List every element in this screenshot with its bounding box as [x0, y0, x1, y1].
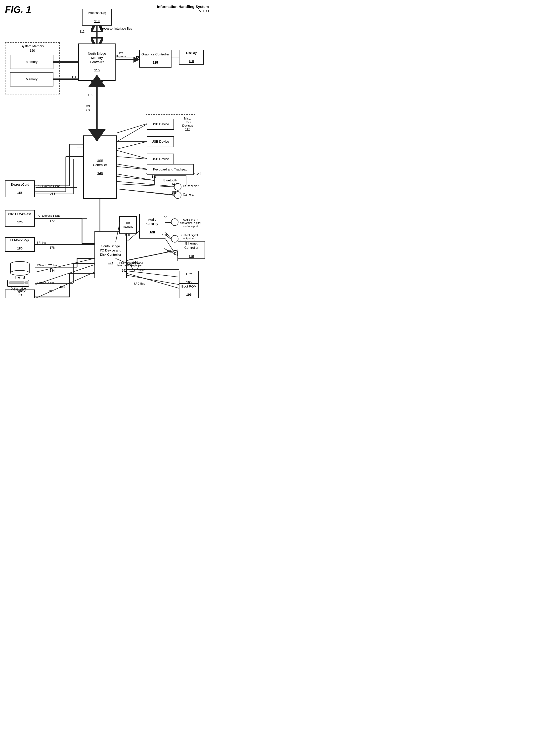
- ir-receiver-label: IR Receiver: [183, 184, 198, 188]
- ann-190: 190: [49, 290, 54, 293]
- system-title: Information Handling System ↘ 100: [157, 4, 209, 13]
- expresscard-box: ExpressCard 155: [5, 181, 35, 197]
- camera-label: Camera: [183, 193, 194, 196]
- usb-device2-box: USB Device: [147, 136, 174, 147]
- svg-point-39: [10, 270, 29, 276]
- pci-express-ec-label: PCI Express 1-lane: [37, 184, 60, 187]
- ann-118a: 118: [71, 76, 76, 79]
- ethernet-box: Ethernet Controller 170: [178, 241, 205, 259]
- lpc-legacy-label: LPC Bus: [37, 298, 48, 298]
- ann-172: 172: [50, 219, 55, 223]
- svg-line-12: [117, 189, 174, 195]
- svg-line-8: [117, 150, 147, 159]
- ann-164: 164: [162, 234, 167, 237]
- serial-ata-label: Serial ATA bus: [37, 281, 55, 284]
- ann-178: 178: [50, 246, 55, 250]
- ann-150: 150: [172, 191, 177, 194]
- svg-line-25: [35, 272, 94, 298]
- svg-marker-43: [175, 251, 178, 256]
- pci-express-wl-label: PCI Express 1-lane: [37, 214, 60, 217]
- usb-device1-box: USB Device: [147, 119, 174, 130]
- ann-162: 162: [162, 215, 167, 219]
- ann-184: 184: [50, 269, 55, 272]
- usb-device3-box: USB Device: [147, 154, 174, 164]
- processor-bus-label: Processor Interface Bus: [100, 27, 132, 30]
- usb-controller-box: USB Controller 140: [83, 135, 117, 199]
- dmi-bus-label: DMI Bus: [85, 104, 90, 112]
- svg-line-83: [127, 273, 179, 288]
- svg-rect-42: [25, 282, 28, 284]
- hd-interface-box: HD Interface: [119, 216, 137, 234]
- ata-label: ATA or UATA bus: [37, 264, 57, 267]
- processor-box: Processor(s) 110: [82, 9, 112, 26]
- pci-express-eth-label: PCI Express 1-lane: [119, 261, 143, 264]
- wireless-box: 802.11 Wireless 175: [5, 210, 35, 227]
- svg-line-51: [117, 176, 154, 181]
- ann-144: 144: [196, 172, 201, 175]
- legacy-io-box: "Legacy" I/O Devices 198: [5, 290, 35, 298]
- pci-express-nb-label: PCI Express: [116, 52, 126, 58]
- svg-line-49: [117, 157, 147, 159]
- svg-line-53: [117, 189, 174, 195]
- lpc-boot-label: LPC Bus: [134, 282, 145, 285]
- ann-146: 146: [152, 175, 157, 179]
- svg-line-50: [117, 166, 147, 169]
- audio-box: Audio Circuitry 160: [139, 214, 165, 238]
- svg-line-6: [117, 124, 147, 133]
- spi-label: SPI bus: [37, 241, 46, 244]
- graphics-box: Graphics Controller 125: [139, 50, 172, 68]
- ann-188: 188: [60, 285, 65, 289]
- fig-title: FIG. 1: [5, 4, 31, 15]
- svg-line-9: [117, 164, 147, 169]
- bluetooth-box: Bluetooth: [154, 175, 186, 185]
- audio-line-in-label: Audio line-in and optical digital audio …: [180, 218, 201, 228]
- north-bridge-box: North Bridge Memory Controller 115: [78, 43, 116, 81]
- optical-out-icon: [171, 235, 179, 242]
- svg-line-77: [165, 222, 171, 223]
- memory2-box: Memory: [10, 72, 54, 87]
- ann-118b: 118: [88, 93, 92, 97]
- lpc-tpm-label: LPC Bus: [134, 268, 145, 271]
- ann-112: 112: [80, 30, 85, 33]
- ann-192: 192: [122, 269, 127, 272]
- optical-drive: Optical drive: [7, 280, 29, 290]
- keyboard-box: Keyboard and Trackpad: [147, 164, 194, 175]
- audio-line-in-icon: [171, 219, 179, 226]
- memory1-box: Memory: [10, 55, 54, 69]
- svg-line-82: [127, 271, 179, 277]
- ann-148: 148: [172, 183, 177, 186]
- ann-166: 166: [166, 250, 172, 253]
- svg-line-47: [117, 124, 147, 142]
- efi-boot-box: EFI-Boot Mgr. 180: [5, 237, 35, 252]
- usb-ec-label: USB: [50, 192, 56, 195]
- display-box: Display 130: [179, 50, 204, 65]
- boot-rom-box: Boot ROM 196: [179, 283, 199, 298]
- svg-line-48: [117, 142, 147, 149]
- diagram: FIG. 1 Information Handling System ↘ 100: [0, 0, 224, 298]
- ann-158: 158: [125, 234, 130, 237]
- svg-rect-41: [9, 282, 24, 284]
